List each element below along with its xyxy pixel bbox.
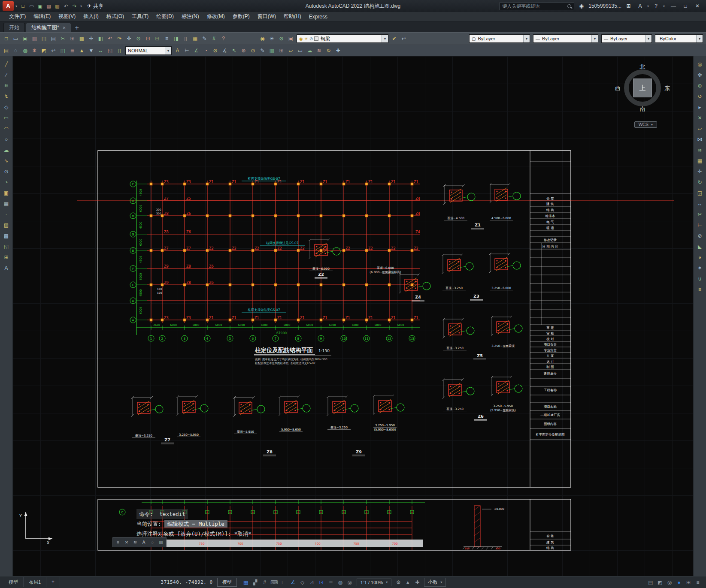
layer-lock-icon[interactable]: ⊘ bbox=[277, 34, 286, 43]
break-icon[interactable]: ⊘ bbox=[695, 231, 705, 241]
explode-icon[interactable]: ✶ bbox=[695, 263, 705, 273]
linetype-control[interactable]: — ByLayer ▾ bbox=[533, 34, 598, 43]
autodesk-a-icon[interactable]: A bbox=[636, 2, 645, 11]
isodraft-icon[interactable]: ◇ bbox=[298, 578, 307, 587]
measure-icon[interactable]: ↔ bbox=[96, 46, 105, 55]
mirror-icon[interactable]: ⋈ bbox=[695, 135, 705, 144]
layer-previous-icon[interactable]: ↩ bbox=[49, 46, 58, 55]
dim-update-icon[interactable]: ↻ bbox=[324, 46, 333, 55]
orbit-icon[interactable]: ↺ bbox=[695, 92, 705, 101]
cad-drawing[interactable]: 会 签建 筑结 构给排水电 气暖 通修改记录日 期 内 容审 定审 核校 对项目… bbox=[13, 56, 693, 576]
help-icon[interactable]: ? bbox=[651, 2, 661, 11]
block-editor-icon[interactable]: ◧ bbox=[96, 34, 105, 43]
wcs-selector[interactable]: WCS ▾ bbox=[634, 121, 657, 128]
new-layout-tab[interactable]: + bbox=[46, 577, 60, 587]
cmd-close-icon[interactable]: ✕ bbox=[123, 539, 130, 546]
insert-block-tool[interactable]: ▣ bbox=[1, 188, 12, 198]
zoom-previous-icon[interactable]: ⊟ bbox=[153, 34, 162, 43]
gradient-tool[interactable]: ▩ bbox=[1, 231, 12, 241]
columns-icon[interactable]: ▥ bbox=[157, 539, 165, 546]
layer-control[interactable]: ◉ ☀ ⊘ 钢梁 ▾ bbox=[297, 34, 388, 43]
pan-icon[interactable]: ✜ bbox=[124, 34, 133, 43]
leader-icon[interactable]: ↖ bbox=[230, 46, 239, 55]
layer-lock2-icon[interactable]: ◩ bbox=[39, 46, 48, 55]
ortho-icon[interactable]: ∟ bbox=[279, 578, 288, 587]
arc-tool[interactable]: ◠ bbox=[1, 124, 12, 133]
qnew-icon[interactable]: □ bbox=[2, 34, 11, 43]
maximize-button[interactable]: □ bbox=[679, 2, 691, 11]
draw-order-back-icon[interactable]: ▼ bbox=[87, 46, 96, 55]
plot-preview-icon[interactable]: ◫ bbox=[39, 34, 48, 43]
cmd-customize-icon[interactable]: ≡ bbox=[114, 539, 122, 546]
layer-properties-icon[interactable]: ▤ bbox=[2, 46, 11, 55]
polygon-tool[interactable]: ◇ bbox=[1, 103, 12, 112]
menu-item[interactable]: Express bbox=[305, 13, 331, 21]
polyline-tool[interactable]: ↯ bbox=[1, 92, 12, 101]
tolerance-icon[interactable]: ⊕ bbox=[239, 46, 248, 55]
app-menu-caret-icon[interactable]: ▾ bbox=[15, 4, 17, 8]
properties-icon[interactable]: ≡ bbox=[162, 34, 171, 43]
spline-tool[interactable]: ∿ bbox=[1, 156, 12, 166]
rotate-icon[interactable]: ↻ bbox=[695, 178, 705, 187]
viewcube-west-label[interactable]: 西 bbox=[615, 84, 621, 92]
layer-lock-icon[interactable]: ⊘ bbox=[309, 36, 313, 41]
lock-ui-icon[interactable]: ◩ bbox=[655, 578, 665, 587]
dynamic-input-icon[interactable]: ⌨ bbox=[270, 578, 279, 587]
layer-freeze-icon[interactable]: ☀ bbox=[267, 34, 276, 43]
trim-icon[interactable]: ✂ bbox=[695, 210, 705, 219]
isolate-objects-icon[interactable]: ◎ bbox=[665, 578, 674, 587]
mline-tool[interactable]: ≋ bbox=[1, 81, 12, 90]
text-tool[interactable]: A bbox=[1, 263, 12, 273]
designcenter-icon[interactable]: ◨ bbox=[172, 34, 181, 43]
polar-icon[interactable]: ∠ bbox=[288, 578, 298, 587]
make-block-tool[interactable]: ▦ bbox=[1, 199, 12, 208]
menu-item[interactable]: 标注(N) bbox=[178, 12, 203, 21]
search-input[interactable]: 键入关键字或短语 bbox=[499, 2, 574, 10]
rectangle-tool[interactable]: ▭ bbox=[1, 113, 12, 123]
search-icon[interactable] bbox=[567, 4, 571, 8]
menu-item[interactable]: 编辑(E) bbox=[30, 12, 55, 21]
infer-constraints-icon[interactable]: # bbox=[260, 578, 270, 587]
new-file-icon[interactable]: □ bbox=[19, 2, 27, 10]
layer-on-icon[interactable]: ◉ bbox=[258, 34, 267, 43]
layer-control-caret-icon[interactable]: ▾ bbox=[382, 35, 388, 42]
match-properties-icon[interactable]: ✛ bbox=[87, 34, 96, 43]
viewcube-south-label[interactable]: 南 bbox=[618, 105, 667, 113]
osnap-icon[interactable]: ⊡ bbox=[317, 578, 326, 587]
table-icon[interactable]: ⊞ bbox=[277, 46, 286, 55]
menu-item[interactable]: 工具(T) bbox=[128, 12, 152, 21]
menu-item[interactable]: 插入(I) bbox=[79, 12, 102, 21]
dim-aligned-icon[interactable]: ∠ bbox=[192, 46, 201, 55]
combo-caret-icon[interactable]: ▾ bbox=[696, 35, 703, 42]
snap-icon[interactable]: ▞ bbox=[251, 578, 260, 587]
app-logo-icon[interactable]: A bbox=[3, 1, 14, 11]
qat-caret-icon[interactable]: ▾ bbox=[80, 4, 82, 8]
center-mark-icon[interactable]: ⊙ bbox=[248, 46, 258, 55]
color-control[interactable]: ▢ ByLayer ▾ bbox=[469, 34, 530, 43]
layer-on-icon[interactable]: ◉ bbox=[299, 36, 303, 41]
redo-icon[interactable]: ↷ bbox=[115, 34, 124, 43]
layout1-tab[interactable]: 布局1 bbox=[24, 577, 46, 587]
xline-tool[interactable]: ∕ bbox=[1, 70, 12, 80]
navigation-wheel-icon[interactable]: ◎ bbox=[695, 60, 705, 69]
point-tool[interactable]: · bbox=[1, 210, 12, 219]
markup-icon[interactable]: ✎ bbox=[200, 34, 209, 43]
field-icon[interactable]: ▱ bbox=[286, 46, 295, 55]
viewcube-north-label[interactable]: 北 bbox=[618, 63, 667, 71]
dim-edit-icon[interactable]: ✎ bbox=[258, 46, 267, 55]
layer-off-icon[interactable]: ◌ bbox=[11, 46, 20, 55]
app-store-icon[interactable]: ⊞ bbox=[624, 2, 633, 11]
combo-caret-icon[interactable]: ▾ bbox=[523, 35, 530, 42]
region-tool[interactable]: ◱ bbox=[1, 242, 12, 251]
table-tool[interactable]: ⊞ bbox=[1, 253, 12, 262]
line-tool[interactable]: ╱ bbox=[1, 60, 12, 69]
text-style-control[interactable]: NORMAL ▾ bbox=[125, 46, 172, 55]
save-icon[interactable]: ▣ bbox=[21, 34, 30, 43]
layer-states-icon[interactable]: ≣ bbox=[68, 46, 77, 55]
menu-item[interactable]: 文件(F) bbox=[5, 12, 30, 21]
layer-walk-icon[interactable]: ◫ bbox=[58, 46, 67, 55]
customization-icon[interactable]: ≡ bbox=[693, 578, 703, 587]
ellipse-tool[interactable]: ⊙ bbox=[1, 167, 12, 176]
model-tab[interactable]: 模型 bbox=[3, 577, 24, 587]
list-icon[interactable]: ▯ bbox=[115, 46, 124, 55]
